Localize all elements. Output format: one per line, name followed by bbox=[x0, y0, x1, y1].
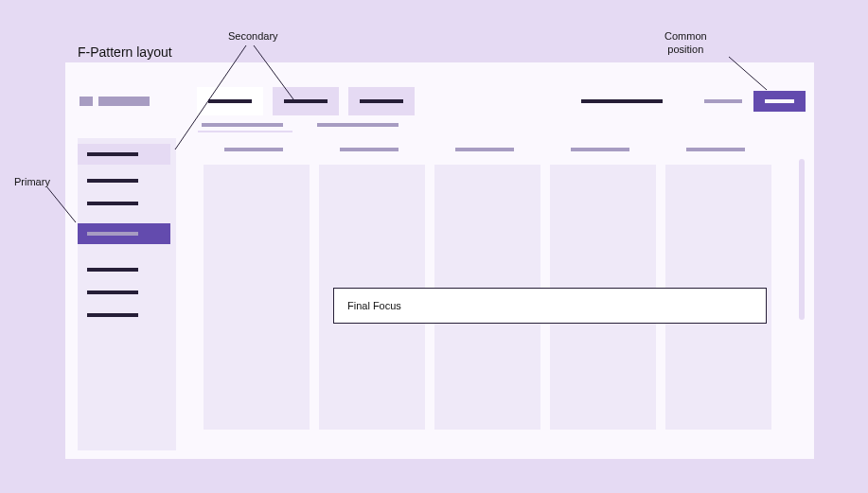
col-head-1 bbox=[224, 148, 283, 151]
col-head-5 bbox=[686, 148, 745, 151]
sidebar-nav bbox=[78, 138, 176, 450]
sidebar-item-7[interactable] bbox=[78, 305, 170, 326]
col-body-1 bbox=[204, 165, 310, 430]
sidebar-item-5[interactable] bbox=[78, 259, 170, 280]
label-secondary: Secondary bbox=[228, 30, 278, 42]
main-tab-2[interactable] bbox=[273, 87, 339, 115]
sidebar-item-1[interactable] bbox=[78, 144, 170, 165]
sidebar-item-3[interactable] bbox=[78, 193, 170, 214]
cta-button[interactable] bbox=[753, 91, 806, 112]
sidebar-item-2[interactable] bbox=[78, 170, 170, 191]
wireframe-frame: Final Focus bbox=[65, 62, 814, 459]
logo-text bbox=[98, 97, 150, 106]
top-link-secondary[interactable] bbox=[704, 99, 742, 103]
sub-tab-2[interactable] bbox=[317, 123, 399, 127]
main-tab-3[interactable] bbox=[348, 87, 415, 115]
scrollbar[interactable] bbox=[799, 159, 805, 320]
top-link[interactable] bbox=[581, 99, 663, 103]
sub-tab-1[interactable] bbox=[202, 123, 283, 127]
label-primary: Primary bbox=[14, 176, 50, 187]
final-focus-callout: Final Focus bbox=[333, 288, 767, 324]
col-head-4 bbox=[571, 148, 629, 151]
final-focus-label: Final Focus bbox=[347, 300, 401, 311]
sidebar-item-6[interactable] bbox=[78, 282, 170, 303]
logo-mark bbox=[80, 97, 93, 106]
label-common-position: Common position bbox=[664, 30, 707, 57]
sidebar-item-4-selected[interactable] bbox=[78, 223, 170, 244]
col-head-3 bbox=[455, 148, 514, 151]
top-toolbar bbox=[80, 87, 800, 115]
diagram-title: F-Pattern layout bbox=[78, 44, 172, 60]
col-head-2 bbox=[340, 148, 399, 151]
main-tab-1[interactable] bbox=[197, 87, 263, 115]
